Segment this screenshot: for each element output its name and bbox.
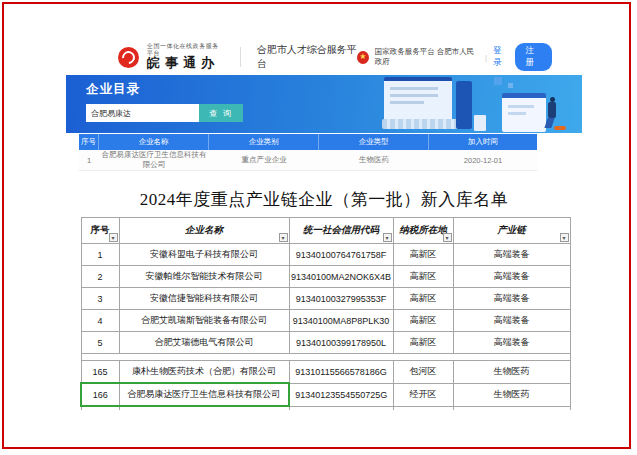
cell-name: 安徽信捷智能科技有限公司: [119, 288, 289, 310]
cell-name: 合肥艾瑞德电气有限公司: [119, 332, 289, 354]
brand-name: 皖事通办: [147, 56, 224, 70]
col-header-industry-chain: 产业链▾: [453, 218, 570, 244]
cell-name: 安徽科盟电子科技有限公司: [119, 244, 289, 266]
search-input[interactable]: [86, 104, 199, 122]
result-col-date: 加入时间: [429, 134, 537, 150]
banner-title: 企业目录: [86, 81, 582, 98]
cell-name: 安徽帕维尔智能技术有限公司: [119, 266, 289, 288]
text-divider: |: [485, 53, 487, 62]
site-header: 全国一体化在线政务服务平台 皖事通办 合肥市人才综合服务平台 ★ 国家政务服务平…: [66, 39, 582, 75]
gap-cell: [119, 354, 289, 361]
enterprise-list-table: 序号▾ 企业名称▾ 统一社会信用代码▾ 纳税所在地▾ 产业链▾ 1 安徽科盟电子…: [80, 217, 571, 410]
stub-cell: [81, 406, 119, 410]
header-right: ★ 国家政务服务平台 合肥市人民政府 | 登录 注册: [357, 43, 552, 71]
cell-district: 高新区: [393, 332, 453, 354]
col-header-credit-code: 统一社会信用代码▾: [289, 218, 393, 244]
screenshot-red-frame: 全国一体化在线政务服务平台 皖事通办 合肥市人才综合服务平台 ★ 国家政务服务平…: [2, 2, 631, 449]
result-cell: 2020-12-01: [429, 156, 537, 165]
result-cell: 合肥易康达医疗卫生信息科技有限公司: [99, 150, 209, 170]
cell-name: 合肥艾凯瑞斯智能装备有限公司: [119, 310, 289, 332]
result-col-category: 企业类别: [209, 134, 319, 150]
cell-chain: 高端装备: [453, 310, 570, 332]
col-header-label: 企业名称: [185, 225, 223, 235]
cell-index: 1: [81, 244, 119, 266]
cell-name: 康朴生物医药技术（合肥）有限公司: [119, 361, 289, 384]
gov-links-text: 国家政务服务平台 合肥市人民政府: [375, 47, 479, 67]
table-row: 2 安徽帕维尔智能技术有限公司 91340100MA2NOK6X4B 高新区 高…: [81, 266, 570, 288]
table-row: 1 安徽科盟电子科技有限公司 91340100764761758F 高新区 高端…: [81, 244, 570, 266]
col-header-label: 序号: [91, 225, 110, 235]
cell-chain: 高端装备: [453, 288, 570, 310]
cell-chain: 高端装备: [453, 244, 570, 266]
header-left: 全国一体化在线政务服务平台 皖事通办 合肥市人才综合服务平台: [118, 43, 357, 71]
result-col-type: 企业类型: [319, 134, 429, 150]
result-col-index: 序号: [79, 134, 99, 150]
cell-credit-code: 91340100764761758F: [289, 244, 393, 266]
col-header-label: 产业链: [497, 225, 526, 235]
cell-index: 5: [81, 332, 119, 354]
cell-district: 高新区: [393, 244, 453, 266]
header-divider: [240, 47, 241, 67]
cell-index: 3: [81, 288, 119, 310]
stub-cell: [393, 406, 453, 410]
logo-text: 全国一体化在线政务服务平台 皖事通办: [147, 43, 224, 70]
search-bar: 查 询: [86, 104, 582, 122]
register-button[interactable]: 注册: [515, 43, 552, 71]
result-table-header: 序号 企业名称 企业类别 企业类型 加入时间: [79, 134, 537, 150]
table-row: 165 康朴生物医药技术（合肥）有限公司 91310115566578186G …: [81, 361, 570, 384]
result-row[interactable]: 1 合肥易康达医疗卫生信息科技有限公司 重点产业企业 生物医药 2020-12-…: [79, 150, 537, 171]
login-link[interactable]: 登录: [493, 45, 508, 69]
cell-district: 包河区: [393, 361, 453, 384]
stub-cell: [453, 406, 570, 410]
cell-credit-code: 91340100MA2NOK6X4B: [289, 266, 393, 288]
col-header-label: 纳税所在地: [399, 225, 447, 235]
cell-credit-code: 91340100399178950L: [289, 332, 393, 354]
col-header-name: 企业名称▾: [119, 218, 289, 244]
col-header-label: 统一社会信用代码: [303, 225, 379, 235]
portal-name: 合肥市人才综合服务平台: [257, 43, 357, 71]
cell-index: 165: [81, 361, 119, 384]
table-header-row: 序号▾ 企业名称▾ 统一社会信用代码▾ 纳税所在地▾ 产业链▾: [81, 218, 570, 244]
col-header-tax-district: 纳税所在地▾: [393, 218, 453, 244]
cell-index: 4: [81, 310, 119, 332]
table-row: 3 安徽信捷智能科技有限公司 91340100327995353F 高新区 高端…: [81, 288, 570, 310]
cell-index: 2: [81, 266, 119, 288]
cell-credit-code: 91340100327995353F: [289, 288, 393, 310]
cell-chain: 高端装备: [453, 332, 570, 354]
hidden-rows-gap: [81, 354, 570, 361]
enterprise-directory-banner: 企业目录 查 询: [66, 75, 582, 133]
cell-credit-code: 91340100MA8P8PLK30: [289, 310, 393, 332]
filter-dropdown-icon[interactable]: ▾: [560, 233, 569, 242]
clipped-next-row: [81, 406, 570, 410]
gap-cell: [289, 354, 393, 361]
filter-dropdown-icon[interactable]: ▾: [279, 233, 288, 242]
gap-cell: [81, 354, 119, 361]
result-cell: 生物医药: [319, 155, 429, 165]
gap-cell: [393, 354, 453, 361]
filter-dropdown-icon[interactable]: ▾: [109, 233, 118, 242]
result-col-name: 企业名称: [99, 134, 209, 150]
cell-chain: 生物医药: [453, 361, 570, 384]
document-title: 2024年度重点产业链企业（第一批）新入库名单: [66, 188, 582, 211]
cell-district: 高新区: [393, 310, 453, 332]
cell-credit-code: 91310115566578186G: [289, 361, 393, 384]
table-row: 4 合肥艾凯瑞斯智能装备有限公司 91340100MA8P8PLK30 高新区 …: [81, 310, 570, 332]
result-cell: 重点产业企业: [209, 155, 319, 165]
table-row: 5 合肥艾瑞德电气有限公司 91340100399178950L 高新区 高端装…: [81, 332, 570, 354]
search-result-table: 序号 企业名称 企业类别 企业类型 加入时间 1 合肥易康达医疗卫生信息科技有限…: [79, 134, 537, 171]
filter-dropdown-icon[interactable]: ▾: [383, 233, 392, 242]
table-row-highlighted: 166 合肥易康达医疗卫生信息科技有限公司 91340123554550725G…: [81, 383, 570, 406]
person-graphic: [554, 126, 566, 130]
gap-cell: [453, 354, 570, 361]
stub-cell: [119, 406, 289, 410]
search-button[interactable]: 查 询: [199, 104, 243, 122]
cell-credit-code: 91340123554550725G: [289, 383, 393, 406]
cell-district: 高新区: [393, 288, 453, 310]
filter-dropdown-icon[interactable]: ▾: [443, 233, 452, 242]
cell-chain: 生物医药: [453, 383, 570, 406]
national-emblem-icon: ★: [357, 51, 369, 64]
col-header-index: 序号▾: [81, 218, 119, 244]
cell-name-highlighted: 合肥易康达医疗卫生信息科技有限公司: [119, 383, 289, 406]
result-cell: 1: [79, 156, 99, 165]
cell-district: 经开区: [393, 383, 453, 406]
